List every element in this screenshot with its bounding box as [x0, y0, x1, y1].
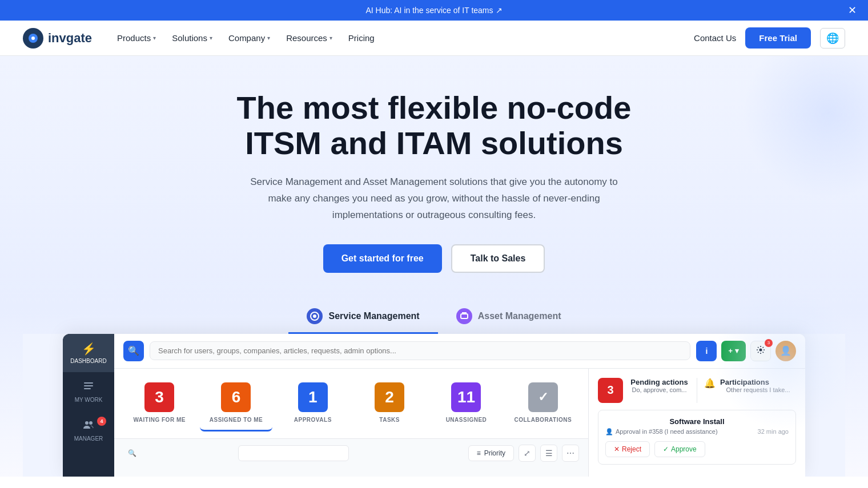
pending-title: Pending actions — [629, 378, 690, 386]
mywork-icon — [83, 380, 94, 394]
bell-icon: 🔔 — [704, 378, 716, 389]
dashboard-container: ⚡ DASHBOARD MY WORK 4 — [63, 334, 805, 477]
top-banner: AI Hub: AI in the service of IT teams ↗ … — [0, 0, 868, 21]
unassigned-label: UNASSIGNED — [446, 417, 487, 423]
svg-point-5 — [313, 314, 316, 318]
assigned-count: 6 — [221, 382, 251, 412]
stat-card-unassigned[interactable]: 11 UNASSIGNED — [430, 376, 502, 431]
tasks-label: TASKS — [379, 417, 400, 423]
dashboard-wrap: ⚡ DASHBOARD MY WORK 4 — [23, 334, 845, 477]
approve-icon: ✓ — [663, 445, 669, 453]
banner-text: AI Hub: AI in the service of IT teams — [365, 6, 493, 15]
waiting-count: 3 — [144, 382, 174, 412]
product-tabs: Service Management Asset Management — [23, 300, 845, 334]
free-trial-button[interactable]: Free Trial — [745, 27, 811, 49]
expand-icon: ⤢ — [524, 449, 531, 458]
nav-item-pricing[interactable]: Pricing — [341, 29, 381, 47]
nav-links: Products ▾ Solutions ▾ Company ▾ Resourc… — [110, 29, 689, 47]
company-chevron-icon: ▾ — [267, 35, 270, 41]
svg-point-13 — [760, 349, 762, 352]
settings-icon — [756, 345, 765, 356]
add-button[interactable]: + ▾ — [721, 341, 746, 361]
notification-button[interactable]: i — [696, 341, 717, 361]
waiting-label: WAITING FOR ME — [133, 417, 185, 423]
participations-section: 🔔 Participations Other requests I take..… — [704, 378, 796, 403]
svg-rect-8 — [84, 382, 93, 384]
manager-icon — [83, 419, 94, 433]
participations-title: Participations — [720, 378, 796, 386]
sidebar-item-mywork[interactable]: MY WORK — [63, 372, 114, 411]
resources-chevron-icon: ▾ — [329, 35, 332, 41]
search-bar-actions: i + ▾ 3 — [696, 341, 796, 361]
participations-sub: Other requests I take... — [720, 386, 796, 393]
add-arrow-icon: ▾ — [735, 346, 739, 355]
close-banner-button[interactable]: ✕ — [848, 5, 857, 15]
collaborations-label: COLLABORATIONS — [514, 417, 572, 423]
contact-link[interactable]: Contact Us — [694, 33, 736, 43]
pending-sub: Do, approve, com... — [629, 386, 690, 393]
language-button[interactable]: 🌐 — [820, 28, 845, 49]
sidebar-item-manager[interactable]: 4 MANAGER — [63, 411, 114, 450]
hero-buttons: Get started for free Talk to Sales — [23, 244, 845, 273]
sidebar-item-dashboard[interactable]: ⚡ DASHBOARD — [63, 334, 114, 372]
logo[interactable]: invgate — [23, 28, 92, 49]
svg-point-12 — [89, 421, 93, 425]
settings-badge: 3 — [765, 339, 773, 347]
approvals-count: 1 — [298, 382, 328, 412]
reject-button[interactable]: ✕ Reject — [605, 441, 650, 457]
service-management-icon — [307, 308, 323, 324]
tab-asset-management[interactable]: Asset Management — [438, 300, 580, 334]
hero-description: Service Management and Asset Management … — [240, 174, 628, 224]
expand-button[interactable]: ⤢ — [519, 445, 536, 462]
asset-management-icon — [456, 308, 472, 324]
nav-right: Contact Us Free Trial 🌐 — [694, 27, 845, 49]
logo-text: invgate — [48, 31, 92, 46]
pending-section: 3 Pending actions Do, approve, com... — [598, 378, 690, 403]
stat-card-approvals[interactable]: 1 APPROVALS — [277, 376, 349, 431]
svg-rect-10 — [84, 388, 91, 389]
pending-card: Software Install 👤 Approval in #358 (I n… — [598, 410, 796, 465]
search-input[interactable] — [150, 341, 690, 360]
nav-item-solutions[interactable]: Solutions ▾ — [165, 29, 219, 47]
sidebar: ⚡ DASHBOARD MY WORK 4 — [63, 334, 114, 477]
get-started-button[interactable]: Get started for free — [323, 244, 442, 273]
right-panel: 3 Pending actions Do, approve, com... 🔔 — [588, 369, 805, 477]
banner-arrow: ↗ — [496, 6, 503, 15]
talk-to-sales-button[interactable]: Talk to Sales — [451, 244, 545, 273]
pending-badge: 3 — [598, 378, 623, 403]
tasks-count: 2 — [375, 382, 404, 412]
pending-info: Pending actions Do, approve, com... — [629, 378, 690, 393]
left-content: 3 WAITING FOR ME 6 ASSIGNED TO ME 1 APPR… — [114, 369, 588, 477]
assigned-label: ASSIGNED TO ME — [210, 417, 263, 423]
participations-info: Participations Other requests I take... — [720, 378, 796, 393]
filter-search-input[interactable] — [238, 445, 349, 461]
unassigned-count: 11 — [451, 382, 481, 412]
deco-circle-1 — [742, 56, 868, 199]
nav-item-resources[interactable]: Resources ▾ — [279, 29, 339, 47]
panel-divider — [697, 378, 697, 403]
products-chevron-icon: ▾ — [153, 35, 156, 41]
svg-point-11 — [85, 421, 89, 425]
nav-item-company[interactable]: Company ▾ — [222, 29, 277, 47]
stat-card-waiting[interactable]: 3 WAITING FOR ME — [123, 376, 195, 431]
main-content-area: 🔍 i + ▾ — [114, 334, 805, 477]
stat-card-tasks[interactable]: 2 TASKS — [353, 376, 425, 431]
card-user-icon: 👤 — [605, 428, 613, 435]
sidebar-item-label-dashboard: DASHBOARD — [70, 358, 106, 364]
stat-card-collaborations[interactable]: ✓ COLLABORATIONS — [507, 376, 579, 431]
avatar-button[interactable]: 👤 — [775, 341, 796, 361]
svg-point-2 — [31, 37, 35, 40]
more-options-button[interactable]: ⋯ — [562, 445, 579, 462]
tab-service-management[interactable]: Service Management — [288, 300, 437, 334]
list-view-button[interactable]: ☰ — [540, 445, 557, 462]
search-button[interactable]: 🔍 — [123, 341, 144, 361]
nav-item-products[interactable]: Products ▾ — [110, 29, 163, 47]
stat-card-assigned[interactable]: 6 ASSIGNED TO ME — [200, 376, 272, 431]
plus-icon: + — [728, 346, 733, 355]
approve-button[interactable]: ✓ Approve — [654, 441, 705, 457]
solutions-chevron-icon: ▾ — [210, 35, 212, 41]
priority-filter-button[interactable]: ≡ Priority — [468, 445, 514, 461]
sidebar-item-label-mywork: MY WORK — [75, 397, 103, 403]
svg-point-6 — [456, 308, 472, 324]
settings-button[interactable]: 3 — [750, 341, 771, 361]
